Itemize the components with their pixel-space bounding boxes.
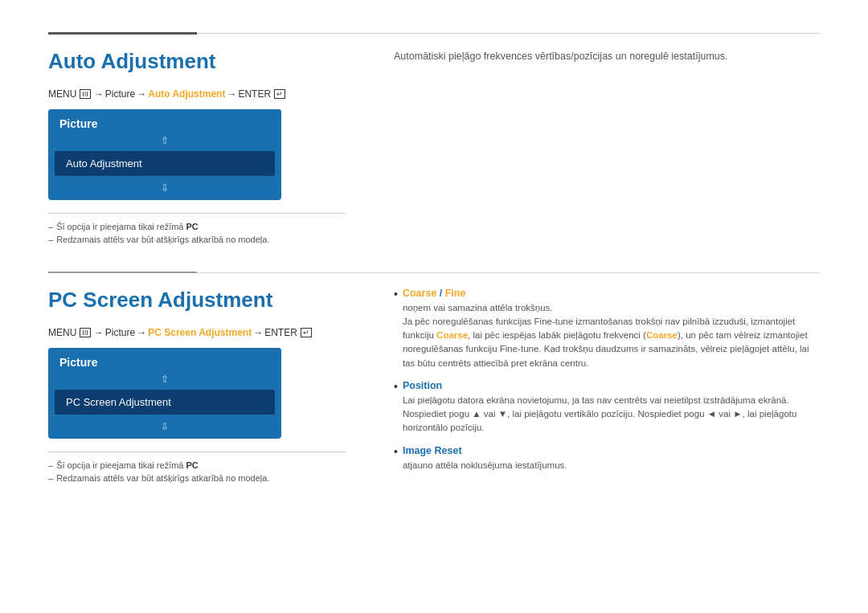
pc-screen-adjustment-right: • Coarse / Fine noņem vai samazina attēl… [370,288,820,486]
enter-icon-2: ↵ [301,328,312,337]
notes-section-1: – Šī opcija ir pieejama tikai režīmā PC … [48,213,346,244]
bullet-desc-image-reset: atjauno attēla noklusējuma iestatījumus. [403,459,820,472]
fine-label: Fine [445,288,466,299]
note-2-2: – Redzamais attēls var būt atšķirīgs atk… [48,473,346,483]
menu-label-2: MENU [48,327,76,338]
note-1-1: – Šī opcija ir pieejama tikai režīmā PC [48,222,346,231]
auto-adjustment-title: Auto Adjustment [48,49,346,74]
bullet-dot-1: • [394,288,398,300]
image-reset-label: Image Reset [403,445,462,456]
bullet-desc-coarse-fine: noņem vai samazina attēla trokšņus. Ja p… [403,301,820,370]
pc-screen-adjustment-title: PC Screen Adjustment [48,288,346,313]
arrow1-1: → [94,88,104,100]
bullet-title-coarse-fine: Coarse / Fine [403,288,820,299]
bullet-title-image-reset: Image Reset [403,445,820,456]
divider-light [197,33,820,34]
arrow3-2: → [253,327,263,338]
auto-adjustment-desc: Automātiski pieļāgo frekvences vērtības/… [394,49,820,64]
menu-label-1: MENU [48,88,76,100]
pc-screen-adjustment-left: PC Screen Adjustment MENU III → Picture … [48,288,370,486]
top-dividers [48,32,820,35]
note-2-1: – Šī opcija ir pieejama tikai režīmā PC [48,460,346,470]
arrow-up-2: ⇧ [48,372,281,386]
bullet-content-1: Coarse / Fine noņem vai samazina attēla … [403,288,820,370]
arrow-down-1: ⇩ [48,179,281,200]
auto-adjustment-right: Automātiski pieļāgo frekvences vērtības/… [370,49,820,247]
coarse-label: Coarse [403,288,436,299]
bullet-dot-2: • [394,380,398,393]
path-highlight-2: PC Screen Adjustment [148,327,252,338]
arrow-down-2: ⇩ [48,418,281,439]
note-text-2-2: Redzamais attēls var būt atšķirīgs atkar… [56,473,269,483]
path-enter-2: ENTER [264,327,297,338]
page-container: Auto Adjustment MENU III → Picture → Aut… [0,0,868,613]
picture-header-2: Picture [48,348,281,372]
coarse-inline-1: Coarse [436,330,468,340]
path-highlight-1: Auto Adjustment [148,88,225,100]
arrow3-1: → [227,88,236,100]
note-text-1-2: Redzamais attēls var būt atšķirīgs atkar… [56,235,269,244]
picture-box-1: Picture ⇧ Auto Adjustment ⇩ [48,109,281,200]
bullet-position: • Position Lai pieļāgotu datora ekrāna n… [394,380,820,435]
position-label: Position [403,380,442,391]
mid-divider-light [197,272,820,273]
enter-icon-1: ↵ [274,89,285,99]
menu-icon-1: III [80,89,91,99]
selected-item-2: PC Screen Adjustment [55,390,275,415]
mid-divider-dark [48,272,197,273]
path-picture-1: Picture [105,88,135,100]
bullet-dot-3: • [394,445,398,458]
auto-adjustment-left: Auto Adjustment MENU III → Picture → Aut… [48,49,370,247]
note-bold-2-1: PC [186,460,199,470]
mid-dividers [48,272,820,273]
path-picture-2: Picture [105,327,135,338]
bullet-coarse-fine: • Coarse / Fine noņem vai samazina attēl… [394,288,820,370]
auto-adjustment-menu-path: MENU III → Picture → Auto Adjustment → E… [48,88,346,100]
picture-header-1: Picture [48,109,281,133]
path-enter-1: ENTER [238,88,271,100]
selected-item-1: Auto Adjustment [55,151,275,176]
arrow-up-1: ⇧ [48,133,281,148]
arrow2-2: → [137,327,146,338]
bullet-content-3: Image Reset atjauno attēla noklusējuma i… [403,445,820,472]
slash-separator: / [440,288,445,299]
pc-screen-adjustment-section: PC Screen Adjustment MENU III → Picture … [48,288,820,486]
bullet-content-2: Position Lai pieļāgotu datora ekrāna nov… [403,380,820,435]
note-bold-1-1: PC [186,222,199,231]
divider-dark [48,32,197,35]
auto-adjustment-section: Auto Adjustment MENU III → Picture → Aut… [48,49,820,247]
bullet-desc-position: Lai pieļāgotu datora ekrāna novietojumu,… [403,394,820,435]
bullet-title-position: Position [403,380,820,391]
picture-box-2: Picture ⇧ PC Screen Adjustment ⇩ [48,348,281,439]
bullet-list: • Coarse / Fine noņem vai samazina attēl… [394,288,820,472]
arrow2-1: → [137,88,146,100]
arrow1-2: → [94,327,104,338]
pc-screen-menu-path: MENU III → Picture → PC Screen Adjustmen… [48,327,346,338]
coarse-inline-2: Coarse [646,330,678,340]
menu-icon-2: III [80,328,91,337]
bullet-image-reset: • Image Reset atjauno attēla noklusējuma… [394,445,820,472]
note-1-2: – Redzamais attēls var būt atšķirīgs atk… [48,235,346,244]
separator [48,247,820,272]
notes-section-2: – Šī opcija ir pieejama tikai režīmā PC … [48,452,346,483]
